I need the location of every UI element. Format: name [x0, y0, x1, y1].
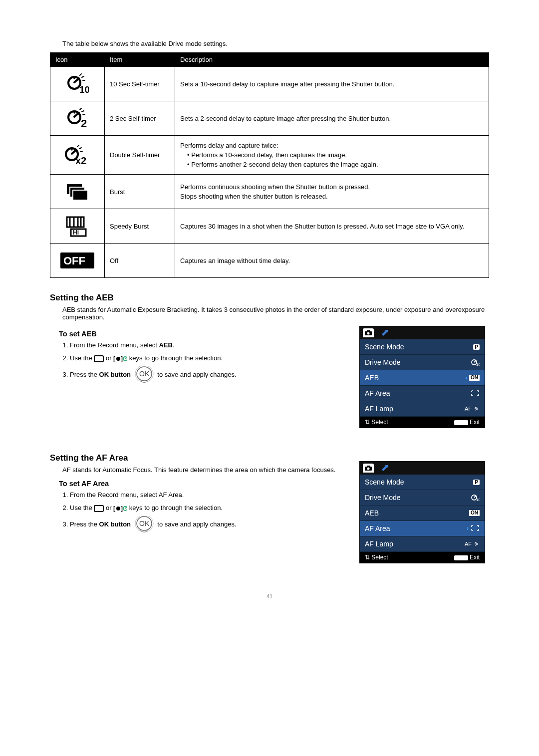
to-set-af-area-heading: To set AF Area: [59, 480, 349, 488]
menu-label: Scene Mode: [365, 478, 404, 486]
svg-text:Hi: Hi: [73, 229, 79, 236]
self-timer-10-icon: 10: [66, 79, 89, 87]
menu-item-aeb: AEB ON: [360, 505, 485, 521]
af-area-value-icon: [471, 524, 480, 533]
svg-point-44: [116, 506, 120, 510]
menu-label: AF Lamp: [365, 540, 393, 548]
footer-exit: Exit: [470, 419, 480, 426]
svg-text:10: 10: [79, 84, 89, 95]
menu-item-af-lamp: AF Lamp AF: [360, 536, 485, 552]
menu-item-scene-mode: Scene Mode P: [360, 475, 485, 490]
item-description: Performs continuous shooting when the Sh…: [175, 175, 489, 209]
drive-mode-table: Icon Item Description: [50, 52, 489, 278]
table-row: Burst Performs continuous shooting when …: [50, 175, 489, 209]
list-item: Press the OK button OK to save and apply…: [70, 516, 349, 534]
page-number: 41: [50, 593, 489, 599]
menu-badge-icon: Menu: [454, 420, 468, 425]
step-text: Press the: [70, 371, 99, 378]
svg-point-25: [116, 357, 120, 361]
item-label: Speedy Burst: [105, 209, 175, 244]
list-item: From the Record menu, select AF Area.: [70, 490, 349, 501]
burst-icon: [65, 187, 90, 195]
svg-rect-32: [367, 330, 370, 332]
step-text: to save and apply changes.: [157, 371, 236, 378]
svg-rect-42: [103, 507, 104, 509]
menu-label: AEB: [365, 509, 379, 517]
item-description: Sets a 2-second delay to capture image a…: [175, 101, 489, 136]
menu-item-drive-mode: Drive Mode 10: [360, 490, 485, 505]
menu-label: AF Area: [365, 524, 390, 532]
menu-label: AF Area: [365, 389, 390, 397]
item-label: Off: [105, 244, 175, 278]
step-text: Press the: [70, 520, 99, 528]
menu-item-aeb: AEB › ON: [360, 370, 485, 386]
menu-label: AEB: [365, 374, 379, 382]
ok-button-icon: OK: [133, 366, 156, 384]
flash-self-timer-key-icon: [ ]: [113, 353, 127, 364]
setting-the-aeb-heading: Setting the AEB: [50, 293, 489, 303]
footer-select: Select: [371, 419, 388, 426]
list-item: Use the or [ ] keys to go through the se…: [70, 353, 349, 364]
desc-line: Stops shooting when the shutter button i…: [180, 193, 484, 200]
svg-rect-23: [103, 358, 104, 360]
list-item: Press the OK button OK to save and apply…: [70, 366, 349, 384]
double-self-timer-icon: x2: [63, 151, 91, 158]
p-badge-icon: P: [473, 344, 480, 350]
arrow-right-icon: ›: [465, 374, 467, 381]
svg-text:]: ]: [121, 505, 123, 512]
camera-menu-af-area: Scene Mode P Drive Mode 10 AEB ON AF Are…: [359, 461, 485, 563]
menu-label: Drive Mode: [365, 358, 401, 366]
list-item: Use the or [ ] keys to go through the se…: [70, 503, 349, 514]
svg-text:OFF: OFF: [63, 254, 85, 267]
af-lamp-value-icon: AF: [465, 406, 480, 412]
off-icon: OFF: [60, 256, 95, 263]
svg-rect-22: [94, 358, 95, 360]
svg-text:10: 10: [476, 498, 480, 502]
svg-text:x2: x2: [75, 155, 86, 166]
item-label: Double Self-timer: [105, 136, 175, 175]
step-text: Use the: [70, 504, 94, 511]
step-text: Use the: [70, 354, 94, 362]
svg-text:[: [: [113, 505, 115, 512]
aeb-paragraph: AEB stands for Automatic Exposure Bracke…: [62, 306, 489, 321]
table-row: 10 10 Sec Self-timer Sets a 10-second de…: [50, 67, 489, 101]
item-description: Performs delay and capture twice: • Perf…: [175, 136, 489, 175]
item-label: Burst: [105, 175, 175, 209]
step-text: or: [106, 504, 113, 511]
speedy-burst-icon: Hi: [64, 222, 91, 229]
menu-label: AF Lamp: [365, 405, 393, 413]
menu-item-scene-mode: Scene Mode P: [360, 339, 485, 355]
setting-the-af-area-heading: Setting the AF Area: [50, 453, 349, 463]
item-description: Captures an image without time delay.: [175, 244, 489, 278]
svg-text:]: ]: [121, 355, 123, 362]
svg-line-58: [475, 544, 478, 545]
svg-line-57: [475, 542, 478, 543]
svg-rect-21: [94, 356, 103, 362]
table-row: OFF Off Captures an image without time d…: [50, 244, 489, 278]
menu-item-af-area: AF Area: [360, 386, 485, 401]
footer-select: Select: [371, 554, 388, 561]
svg-rect-40: [94, 505, 103, 511]
svg-point-52: [367, 468, 370, 470]
svg-line-39: [475, 409, 478, 410]
th-description: Description: [175, 53, 489, 67]
item-description: Sets a 10-second delay to capture image …: [175, 67, 489, 101]
to-set-aeb-heading: To set AEB: [59, 330, 349, 338]
camera-tab-icon: [363, 464, 374, 473]
af-lamp-value-icon: AF: [465, 541, 480, 547]
svg-text:10: 10: [476, 362, 480, 366]
wrench-tab-icon: [379, 464, 390, 473]
table-row: x2 Double Self-timer Performs delay and …: [50, 136, 489, 175]
step-text: From the Record menu, select: [70, 341, 159, 349]
ok-button-icon: OK: [133, 516, 156, 534]
drive-mode-value-icon: 10: [471, 358, 480, 366]
svg-point-4: [73, 112, 75, 114]
on-badge-icon: ON: [469, 510, 480, 516]
svg-point-33: [367, 332, 370, 335]
svg-point-7: [71, 149, 73, 151]
macro-key-icon: [94, 353, 104, 364]
menu-label: Drive Mode: [365, 494, 401, 502]
th-item: Item: [105, 53, 175, 67]
list-item: From the Record menu, select AEB.: [70, 340, 349, 351]
item-description: Captures 30 images in a shot when the Sh…: [175, 209, 489, 244]
